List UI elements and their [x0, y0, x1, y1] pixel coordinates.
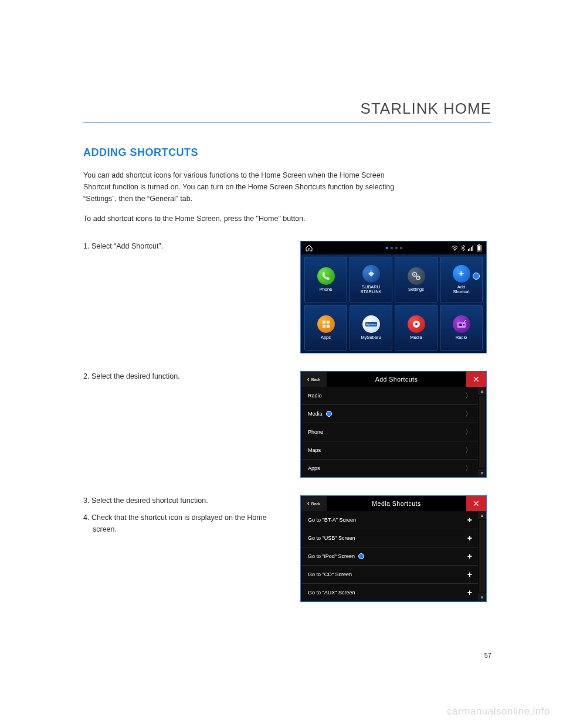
gear-icon	[408, 267, 425, 285]
chevron-right-icon: 〉	[465, 427, 472, 437]
svg-text:MySubaru: MySubaru	[365, 323, 376, 326]
list-item-media[interactable]: Media〉	[301, 405, 478, 423]
svg-point-13	[418, 277, 419, 278]
tile-settings[interactable]: Settings	[395, 257, 437, 302]
radio-icon	[453, 315, 470, 333]
svg-rect-24	[459, 324, 462, 326]
scroll-thumb[interactable]	[479, 396, 486, 468]
svg-point-0	[455, 250, 456, 251]
svg-rect-17	[327, 325, 330, 328]
scroll-up-icon[interactable]: ▲	[478, 387, 486, 395]
close-icon: ✕	[473, 499, 480, 508]
tile-starlink[interactable]: SUBARU STARLINK	[350, 257, 392, 302]
list-item-phone[interactable]: Phone〉	[301, 423, 478, 441]
plus-icon: +	[453, 265, 470, 283]
plus-icon: +	[467, 533, 472, 543]
list-item-label: Maps	[308, 447, 321, 453]
svg-rect-3	[471, 247, 472, 251]
svg-point-12	[414, 274, 415, 275]
list-title: Add Shortcuts	[327, 376, 466, 383]
tile-radio[interactable]: Radio	[440, 305, 483, 351]
chevron-left-icon: ‹	[307, 375, 310, 383]
section-title: ADDING SHORTCUTS	[83, 147, 491, 159]
list-item-radio[interactable]: Radio〉	[301, 387, 478, 405]
list-item-usb[interactable]: Go to "USB" Screen+	[301, 529, 478, 547]
step-3-4-text: 3. Select the desired shortcut function.…	[83, 495, 283, 602]
chevron-right-icon: 〉	[465, 445, 472, 455]
phone-icon	[317, 267, 335, 285]
intro-paragraph-2: To add shortcut icons to the Home Screen…	[83, 213, 412, 224]
svg-point-25	[463, 324, 464, 325]
list-item-ipod[interactable]: Go to "iPod" Screen+	[301, 547, 478, 566]
scrollbar[interactable]: ▲ ▼	[478, 387, 486, 477]
list-item-aux[interactable]: Go to "AUX" Screen+	[301, 584, 478, 601]
svg-rect-15	[327, 321, 330, 324]
tile-radio-label: Radio	[456, 335, 467, 340]
step-1-row: 1. Select “Add Shortcut”.	[83, 241, 491, 353]
svg-line-23	[464, 320, 466, 322]
apps-icon	[317, 315, 335, 333]
tile-apps[interactable]: Apps	[304, 305, 347, 351]
figure-home-screen: Phone SUBARU STARLINK Settings +	[300, 241, 487, 353]
signal-icon	[468, 246, 474, 251]
chevron-right-icon: 〉	[465, 391, 472, 401]
header-rule	[83, 123, 491, 123]
list-item-label: Go to "CD" Screen	[308, 571, 352, 577]
home-icon	[306, 244, 313, 251]
list-item-maps[interactable]: Maps〉	[301, 441, 478, 460]
list-item-cd[interactable]: Go to "CD" Screen+	[301, 566, 478, 584]
highlight-dot	[473, 273, 480, 280]
svg-rect-4	[473, 246, 474, 251]
scroll-thumb[interactable]	[479, 520, 486, 593]
list-item-apps[interactable]: Apps〉	[301, 460, 478, 477]
tile-starlink-label: SUBARU STARLINK	[360, 285, 381, 295]
scroll-down-icon[interactable]: ▼	[478, 469, 486, 477]
chapter-title: STARLINK HOME	[83, 100, 491, 118]
step-1-item: 1. Select “Add Shortcut”.	[83, 241, 283, 252]
chevron-right-icon: 〉	[465, 464, 472, 474]
battery-icon	[477, 244, 481, 251]
tile-mysubaru[interactable]: MySubaru MySubaru	[350, 305, 392, 351]
tile-add-shortcut[interactable]: + Add Shortcut	[440, 257, 483, 302]
plus-icon: +	[467, 552, 472, 561]
tile-phone[interactable]: Phone	[304, 257, 347, 302]
back-label: Back	[311, 502, 321, 506]
svg-rect-14	[323, 321, 325, 324]
tile-settings-label: Settings	[408, 287, 424, 292]
list-body: Radio〉 Media〉 Phone〉 Maps〉 Apps〉 ▲ ▼	[301, 387, 486, 477]
scroll-down-icon[interactable]: ▼	[478, 593, 486, 601]
home-grid: Phone SUBARU STARLINK Settings +	[301, 254, 486, 353]
tile-media-label: Media	[410, 335, 422, 340]
scroll-up-icon[interactable]: ▲	[478, 511, 486, 519]
close-button[interactable]: ✕	[466, 496, 486, 511]
tile-phone-label: Phone	[320, 287, 333, 292]
back-button[interactable]: ‹ Back	[301, 372, 327, 387]
scrollbar[interactable]: ▲ ▼	[478, 511, 486, 601]
home-topbar	[301, 241, 486, 254]
list-item-label: Go to "iPod" Screen	[308, 553, 355, 559]
svg-rect-7	[478, 246, 481, 251]
list-item-label: Go to "USB" Screen	[308, 535, 355, 541]
tile-media[interactable]: Media	[395, 305, 437, 351]
tile-apps-label: Apps	[321, 335, 331, 340]
step-2-text: 2. Select the desired function.	[83, 371, 283, 478]
watermark: carmanualsonline.info	[447, 706, 550, 717]
figure-media-shortcuts: ‹ Back Media Shortcuts ✕ Go to "BT-A" Sc…	[300, 495, 487, 602]
back-button[interactable]: ‹ Back	[301, 496, 327, 511]
step-2-row: 2. Select the desired function. ‹ Back A…	[83, 371, 491, 478]
starlink-icon	[362, 265, 380, 283]
list-item-label: Radio	[308, 393, 322, 399]
list-item-label: Go to "BT-A" Screen	[308, 517, 356, 523]
list-item-bta[interactable]: Go to "BT-A" Screen+	[301, 511, 478, 529]
list-item-label: Phone	[308, 429, 323, 435]
list-item-label: Go to "AUX" Screen	[308, 590, 355, 596]
wifi-icon	[452, 246, 458, 251]
step-2-item: 2. Select the desired function.	[83, 371, 283, 382]
highlight-dot	[326, 411, 332, 417]
list-item-label: Apps	[308, 465, 320, 471]
chevron-left-icon: ‹	[307, 499, 310, 508]
close-button[interactable]: ✕	[466, 372, 486, 387]
close-icon: ✕	[473, 375, 480, 384]
page-dots	[386, 247, 402, 249]
svg-rect-1	[468, 249, 469, 251]
